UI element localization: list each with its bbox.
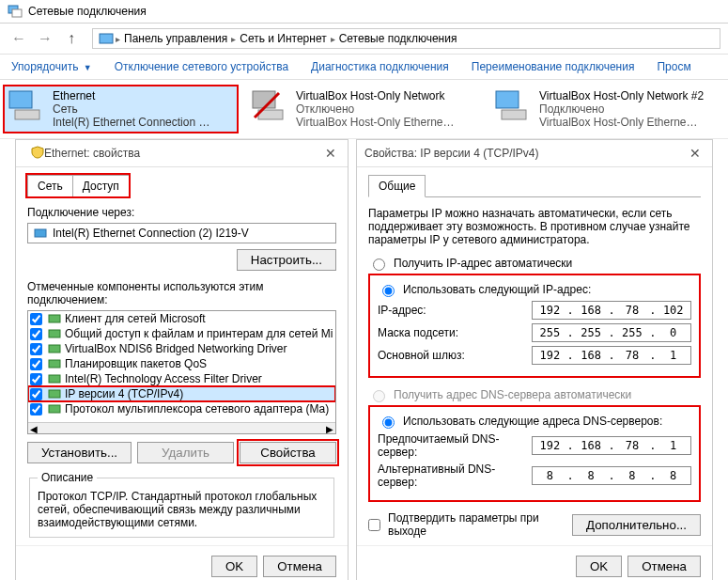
component-checkbox[interactable]: [30, 358, 42, 370]
component-label: IP версии 4 (TCP/IPv4): [65, 387, 183, 400]
component-label: Клиент для сетей Microsoft: [65, 312, 206, 325]
svg-rect-12: [49, 330, 60, 337]
description-title: Описание: [38, 471, 97, 484]
svg-rect-11: [49, 315, 60, 322]
adapter-vbox2[interactable]: VirtualBox Host-Only Network #2 Подключе…: [490, 86, 724, 133]
intro-text: Параметры IP можно назначать автоматичес…: [368, 207, 701, 246]
component-row[interactable]: Клиент для сетей Microsoft: [28, 311, 335, 326]
rename-link[interactable]: Переименование подключения: [472, 60, 635, 73]
advanced-button[interactable]: Дополнительно...: [572, 514, 701, 536]
component-icon: [48, 372, 61, 385]
ip-address-label: IP-адрес:: [378, 304, 532, 317]
dns2-input[interactable]: 8.8.8.8: [532, 466, 691, 485]
view-link[interactable]: Просм: [657, 60, 690, 73]
adapter-detail: VirtualBox Host-Only Ethernet Ad...: [539, 116, 699, 129]
cancel-button[interactable]: Отмена: [263, 556, 336, 577]
tab-network[interactable]: Сеть: [27, 175, 73, 197]
component-row[interactable]: Планировщик пакетов QoS: [28, 356, 335, 371]
component-row[interactable]: Протокол мультиплексора сетевого адаптер…: [28, 401, 335, 416]
network-adapter-icon: [251, 89, 288, 123]
svg-rect-10: [35, 229, 46, 237]
manual-dns-radio[interactable]: Использовать следующие адреса DNS-сервер…: [378, 414, 691, 429]
uninstall-button[interactable]: Удалить: [137, 442, 234, 463]
adapter-vbox1[interactable]: VirtualBox Host-Only Network Отключено V…: [247, 86, 481, 133]
component-label: Протокол мультиплексора сетевого адаптер…: [65, 402, 329, 415]
component-icon: [48, 357, 61, 370]
auto-dns-radio[interactable]: Получить адрес DNS-сервера автоматически: [368, 387, 701, 402]
svg-rect-17: [49, 405, 60, 413]
dns1-label: Предпочитаемый DNS-сервер:: [378, 432, 532, 459]
component-icon: [48, 387, 61, 400]
crumb-leaf[interactable]: Сетевые подключения: [339, 32, 457, 45]
auto-ip-radio[interactable]: Получить IP-адрес автоматически: [368, 256, 701, 271]
window-title: Сетевые подключения: [28, 5, 147, 18]
ok-button[interactable]: OK: [211, 556, 257, 577]
components-list[interactable]: Клиент для сетей MicrosoftОбщий доступ к…: [27, 310, 336, 434]
install-button[interactable]: Установить...: [27, 442, 132, 463]
manual-ip-group: Использовать следующий IP-адрес: IP-адре…: [368, 274, 701, 378]
component-icon: [48, 342, 61, 355]
svg-rect-16: [49, 390, 60, 398]
ipv4-properties-dialog: Свойства: IP версии 4 (TCP/IPv4) ✕ Общие…: [356, 139, 713, 580]
organize-menu[interactable]: Упорядочить ▼: [11, 60, 92, 73]
adapter-name-field[interactable]: Intel(R) Ethernet Connection (2) I219-V: [27, 223, 336, 243]
ok-button[interactable]: OK: [576, 556, 622, 577]
confirm-on-exit-checkbox[interactable]: [368, 519, 380, 531]
svg-rect-15: [49, 375, 60, 383]
control-panel-icon: [99, 31, 114, 46]
svg-rect-2: [100, 34, 113, 43]
adapter-detail: VirtualBox Host-Only Ethernet Ad...: [296, 116, 456, 129]
component-label: Intel(R) Technology Access Filter Driver: [65, 372, 262, 385]
components-label: Отмеченные компоненты используются этим …: [27, 280, 336, 306]
component-icon: [48, 312, 61, 325]
breadcrumb[interactable]: ▸ Панель управления ▸ Сеть и Интернет ▸ …: [92, 28, 720, 49]
dialog-title: Свойства: IP версии 4 (TCP/IPv4): [364, 147, 539, 160]
component-checkbox[interactable]: [30, 388, 42, 400]
adapter-name: Ethernet: [53, 89, 212, 102]
gateway-input[interactable]: 192.168.78.1: [532, 346, 691, 365]
component-checkbox[interactable]: [30, 328, 42, 340]
adapter-list: Ethernet Сеть Intel(R) Ethernet Connecti…: [0, 80, 728, 139]
component-checkbox[interactable]: [30, 403, 42, 415]
cancel-button[interactable]: Отмена: [627, 556, 701, 577]
component-checkbox[interactable]: [30, 373, 42, 385]
horizontal-scrollbar[interactable]: ◀▶: [28, 422, 335, 434]
component-row[interactable]: Общий доступ к файлам и принтерам для се…: [28, 326, 335, 341]
nav-up-button[interactable]: ↑: [60, 27, 83, 50]
configure-button[interactable]: Настроить...: [237, 249, 336, 271]
component-checkbox[interactable]: [30, 343, 42, 355]
close-button[interactable]: ✕: [321, 146, 340, 161]
gateway-label: Основной шлюз:: [378, 349, 532, 362]
close-button[interactable]: ✕: [686, 146, 705, 161]
adapter-status: Отключено: [296, 102, 456, 116]
adapter-status: Подключено: [539, 102, 699, 116]
tab-general[interactable]: Общие: [368, 175, 426, 197]
component-checkbox[interactable]: [30, 313, 42, 325]
svg-rect-1: [12, 9, 22, 17]
manual-ip-radio[interactable]: Использовать следующий IP-адрес:: [378, 282, 691, 297]
crumb-mid[interactable]: Сеть и Интернет: [240, 32, 326, 45]
nav-back-button[interactable]: ←: [8, 27, 30, 50]
disable-device-link[interactable]: Отключение сетевого устройства: [115, 60, 288, 73]
properties-button[interactable]: Свойства: [240, 442, 336, 463]
svg-rect-9: [502, 110, 526, 119]
svg-rect-4: [15, 110, 39, 119]
nav-forward-button[interactable]: →: [34, 27, 56, 50]
diagnose-link[interactable]: Диагностика подключения: [311, 60, 449, 73]
svg-rect-14: [49, 360, 60, 368]
ip-address-input[interactable]: 192.168.78.102: [532, 301, 691, 320]
tab-access[interactable]: Доступ: [72, 175, 130, 197]
component-row[interactable]: Intel(R) Technology Access Filter Driver: [28, 371, 335, 386]
subnet-mask-input[interactable]: 255.255.255.0: [532, 323, 691, 342]
connect-using-label: Подключение через:: [27, 206, 336, 219]
confirm-on-exit-label: Подтвердить параметры при выходе: [388, 511, 561, 538]
subnet-mask-label: Маска подсети:: [378, 326, 532, 339]
crumb-root[interactable]: Панель управления: [124, 32, 227, 45]
component-row[interactable]: IP версии 4 (TCP/IPv4): [28, 386, 335, 401]
adapter-status: Сеть: [53, 102, 212, 116]
adapter-ethernet[interactable]: Ethernet Сеть Intel(R) Ethernet Connecti…: [4, 86, 238, 133]
dns1-input[interactable]: 192.168.78.1: [532, 436, 691, 455]
adapter-detail: Intel(R) Ethernet Connection (2) I...: [53, 116, 212, 129]
component-row[interactable]: VirtualBox NDIS6 Bridged Networking Driv…: [28, 341, 335, 356]
svg-rect-8: [496, 91, 519, 108]
